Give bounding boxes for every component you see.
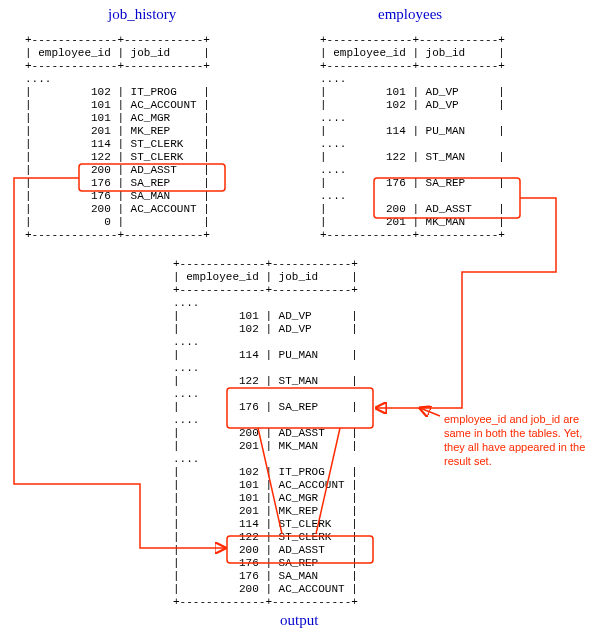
title-employees: employees xyxy=(378,8,442,21)
table-output: +-------------+------------+ | employee_… xyxy=(173,258,358,609)
annotation-text: employee_id and job_id are same in both … xyxy=(444,412,604,468)
table-job-history: +-------------+------------+ | employee_… xyxy=(25,34,210,242)
title-output: output xyxy=(280,614,318,627)
title-job-history: job_history xyxy=(108,8,176,21)
table-employees: +-------------+------------+ | employee_… xyxy=(320,34,505,242)
